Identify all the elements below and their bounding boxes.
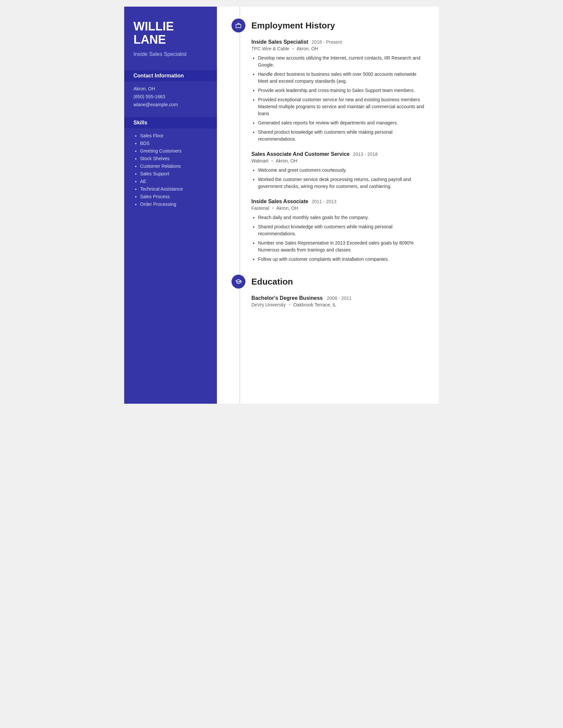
contact-phone: (650) 555-1663 (133, 94, 208, 99)
candidate-title: Inside Sales Specialist (133, 51, 208, 58)
skill-item: Sales Process (140, 194, 208, 199)
contact-section-title: Contact Information (124, 70, 217, 81)
job-dates: 2013 - 2018 (353, 152, 378, 157)
skill-item: Order Processing (140, 202, 208, 207)
education-header: Education (231, 275, 424, 289)
job-bullet: Worked the customer service desk process… (258, 176, 424, 190)
sidebar: WILLIE LANE Inside Sales Specialist Cont… (124, 7, 217, 404)
edu-school: DeVry University • Oakbrook Terrace, IL (251, 302, 424, 307)
job-title-row: Inside Sales Associate2011 - 2013 (251, 199, 424, 205)
job-bullet: Number one Sales Representative in 2013 … (258, 240, 424, 253)
job-title-row: Inside Sales Specialist2018 - Present (251, 39, 424, 45)
job-item: Inside Sales Associate2011 - 2013Fastena… (251, 199, 424, 263)
job-dates: 2011 - 2013 (312, 199, 337, 204)
employment-title: Employment History (251, 21, 335, 31)
job-bullet: Shared product knowledge with customers … (258, 129, 424, 143)
skill-item: AE (140, 179, 208, 184)
skill-item: Greeting Customers (140, 148, 208, 154)
job-bullets: Welcome and greet customers courteously.… (251, 167, 424, 190)
edu-item: Bachelor's Degree Business 2008 - 2011 D… (251, 295, 424, 307)
job-company: TPC Wire & Cable • Akron, OH (251, 46, 424, 51)
skills-section: Skills Sales FloorBDSGreeting CustomersS… (133, 117, 208, 207)
candidate-name: WILLIE LANE (133, 20, 208, 46)
job-bullets: Reach daily and monthly sales goals for … (251, 214, 424, 263)
edu-degree-row: Bachelor's Degree Business 2008 - 2011 (251, 295, 424, 301)
contact-email: wlane@example.com (133, 102, 208, 107)
job-bullet: Follow up with customer complaints with … (258, 256, 424, 263)
skills-section-title: Skills (124, 117, 217, 128)
education-section: Education Bachelor's Degree Business 200… (231, 275, 424, 307)
job-company: Walmart • Akron, OH (251, 158, 424, 163)
timeline-line (239, 7, 240, 404)
skill-item: Stock Shelves (140, 156, 208, 161)
job-bullet: Handle direct business to business sales… (258, 71, 424, 85)
education-title: Education (251, 277, 293, 287)
job-dates: 2018 - Present (312, 39, 342, 45)
job-bullets: Develop new accounts utilizing the Inter… (251, 55, 424, 143)
employment-icon (231, 19, 245, 32)
job-title-row: Sales Associate And Customer Service2013… (251, 151, 424, 157)
job-title: Sales Associate And Customer Service (251, 151, 350, 157)
employment-header: Employment History (231, 19, 424, 32)
job-bullet: Provided exceptional customer service fo… (258, 96, 424, 117)
job-title: Inside Sales Associate (251, 199, 308, 205)
skills-list: Sales FloorBDSGreeting CustomersStock Sh… (133, 133, 208, 207)
job-bullet: Welcome and greet customers courteously. (258, 167, 424, 174)
edu-degree: Bachelor's Degree Business (251, 295, 323, 301)
jobs-container: Inside Sales Specialist2018 - PresentTPC… (231, 39, 424, 263)
job-company: Fastenal • Akron, OH (251, 205, 424, 211)
job-bullet: Generated sales reports for review with … (258, 119, 424, 126)
job-bullet: Develop new accounts utilizing the Inter… (258, 55, 424, 68)
employment-section: Employment History Inside Sales Speciali… (231, 19, 424, 263)
skill-item: Sales Floor (140, 133, 208, 138)
skill-item: BDS (140, 141, 208, 146)
edu-dates: 2008 - 2011 (327, 296, 352, 301)
resume-document: WILLIE LANE Inside Sales Specialist Cont… (124, 7, 439, 404)
job-bullet: Provide work leadership and cross-traini… (258, 87, 424, 94)
main-content: Employment History Inside Sales Speciali… (217, 7, 439, 404)
job-item: Sales Associate And Customer Service2013… (251, 151, 424, 190)
contact-location: Akron, OH (133, 86, 208, 91)
edu-container: Bachelor's Degree Business 2008 - 2011 D… (231, 295, 424, 307)
skill-item: Sales Support (140, 171, 208, 176)
skill-item: Technical Assistance (140, 186, 208, 192)
job-title: Inside Sales Specialist (251, 39, 308, 45)
skill-item: Customer Relations (140, 163, 208, 169)
education-icon (231, 275, 245, 289)
job-bullet: Shared product knowledge with customers … (258, 223, 424, 237)
job-bullet: Reach daily and monthly sales goals for … (258, 214, 424, 221)
job-item: Inside Sales Specialist2018 - PresentTPC… (251, 39, 424, 143)
